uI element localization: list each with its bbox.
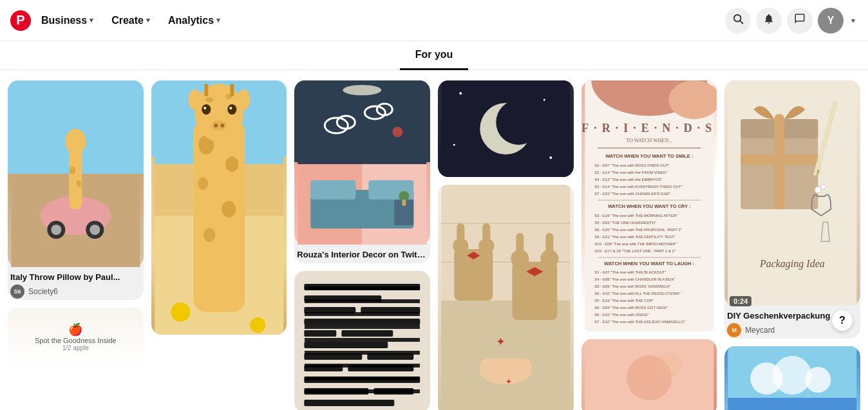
nav-create[interactable]: Create ▾ xyxy=(104,10,158,32)
tab-for-you[interactable]: For you xyxy=(400,41,469,70)
notification-button[interactable] xyxy=(756,8,782,33)
nav-analytics[interactable]: Analytics ▾ xyxy=(160,10,228,32)
business-chevron-icon: ▾ xyxy=(90,16,93,24)
header-right: Y ▾ xyxy=(725,8,858,33)
pin-card[interactable] xyxy=(438,80,574,177)
pin-card[interactable]: ✦ ✦ Paper Gift Credit:@apliqueme PT Pin … xyxy=(438,185,574,410)
account-expand-button[interactable]: ▾ xyxy=(849,14,858,28)
svg-line-1 xyxy=(740,21,742,23)
nav-business-label: Business xyxy=(41,15,87,26)
pin-card[interactable] xyxy=(724,346,860,410)
search-button[interactable] xyxy=(725,8,751,33)
video-duration-badge: 0:24 xyxy=(730,296,751,306)
messages-button[interactable] xyxy=(787,8,813,33)
pin-card[interactable] xyxy=(581,339,717,410)
pinterest-logo[interactable]: P xyxy=(10,10,31,31)
bell-icon xyxy=(763,13,775,28)
pin-card[interactable] xyxy=(294,271,430,410)
expand-chevron-icon: ▾ xyxy=(851,16,855,25)
pin-card[interactable]: F·R·I·E·N·D·S TO WATCH WHEN... WATCH WHE… xyxy=(581,80,717,331)
tabs-bar: For you xyxy=(0,41,868,70)
analytics-chevron-icon: ▾ xyxy=(216,16,220,24)
search-icon xyxy=(732,13,744,28)
avatar-label: Y xyxy=(827,15,835,26)
header: P Business ▾ Create ▾ Analytics ▾ xyxy=(0,0,868,41)
pin-card[interactable]: Rouza's Interior Decor on Twitter xyxy=(294,80,430,263)
header-left: P Business ▾ Create ▾ Analytics ▾ xyxy=(10,10,720,32)
main-content: Italy Throw Pillow by Paul... S6 Society… xyxy=(0,70,868,410)
avatar-button[interactable]: Y xyxy=(818,8,844,33)
nav-create-label: Create xyxy=(111,15,144,26)
pin-card[interactable]: Packaging Idea 0:24 ? DIY Geschenkverpac… xyxy=(724,80,860,339)
create-chevron-icon: ▾ xyxy=(146,16,150,24)
nav-analytics-label: Analytics xyxy=(168,15,214,26)
masonry-grid: Italy Throw Pillow by Paul... S6 Society… xyxy=(8,80,860,410)
question-badge[interactable]: ? xyxy=(832,310,853,331)
message-icon xyxy=(794,13,806,28)
pin-card[interactable]: Italy Throw Pillow by Paul... S6 Society… xyxy=(8,80,144,300)
nav-business[interactable]: Business ▾ xyxy=(33,10,101,32)
pin-card[interactable] xyxy=(151,80,287,335)
pin-card[interactable]: 🍎 Spot the Goodness Inside 1/2 apple xyxy=(8,308,144,366)
